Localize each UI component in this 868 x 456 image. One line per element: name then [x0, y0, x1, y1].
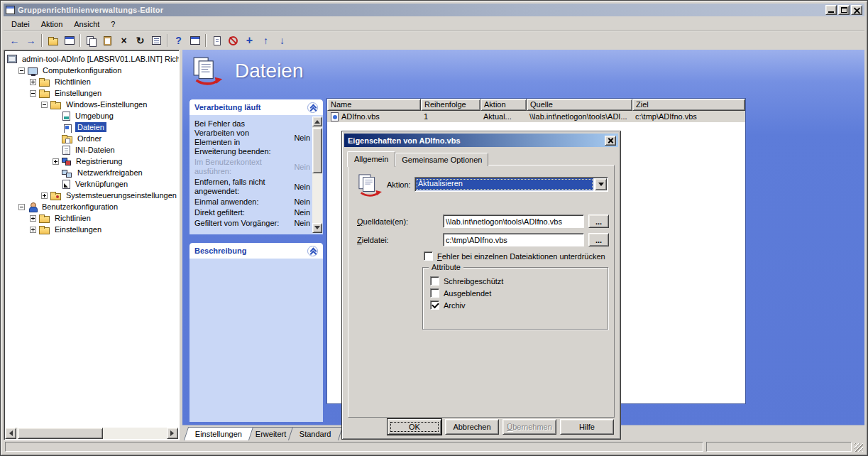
tree-item-dateien[interactable]: Dateien — [4, 121, 179, 133]
tree-item-ordner[interactable]: Ordner — [4, 133, 179, 144]
refresh-button[interactable]: ↻ — [132, 33, 148, 48]
dropdown-arrow-button[interactable] — [595, 178, 607, 190]
processing-value: Nein — [291, 163, 310, 172]
column-header-reihenfolge[interactable]: Reihenfolge — [421, 99, 480, 111]
collapse-toggle[interactable] — [18, 204, 25, 210]
tree-item-richtlinien[interactable]: Richtlinien — [4, 76, 179, 87]
action-select[interactable]: Aktualisieren — [414, 177, 608, 192]
tree-item-benutzer-einstellungen[interactable]: Einstellungen — [4, 224, 179, 235]
properties-icon — [190, 36, 200, 45]
tree-item-windows-einstellungen[interactable]: Windows-Einstellungen — [4, 99, 179, 110]
shortcut-icon — [62, 180, 70, 189]
column-header-name[interactable]: Name — [327, 99, 421, 111]
resize-grip[interactable] — [855, 443, 863, 452]
list-header: Name Reihenfolge Aktion Quelle Ziel — [327, 99, 745, 111]
tree-horizontal-scrollbar[interactable] — [5, 428, 178, 439]
copy-button[interactable] — [83, 33, 99, 48]
cancel-button[interactable]: Abbrechen — [445, 419, 499, 435]
target-browse-button[interactable]: ... — [588, 233, 609, 246]
tree-item-verknuepfungen[interactable]: Verknüpfungen — [4, 178, 179, 190]
expand-toggle[interactable] — [41, 192, 48, 199]
disable-item-button[interactable] — [225, 33, 241, 48]
apply-button[interactable]: Übernehmen — [502, 419, 556, 435]
expand-toggle[interactable] — [30, 79, 36, 85]
tab-einstellungen[interactable]: Einstellungen — [184, 427, 253, 440]
folder-icon — [39, 216, 50, 223]
delete-button[interactable]: × — [116, 33, 132, 48]
scroll-right-button[interactable] — [167, 428, 178, 439]
move-down-button[interactable]: ↓ — [274, 33, 290, 48]
expand-toggle[interactable] — [30, 215, 36, 222]
properties-button[interactable] — [187, 33, 203, 48]
archive-checkbox[interactable] — [430, 300, 439, 310]
menu-datei[interactable]: Datei — [6, 18, 35, 30]
attributes-group-title: Attribute — [429, 263, 463, 271]
add-item-button[interactable]: + — [241, 33, 258, 48]
column-header-aktion[interactable]: Aktion — [480, 99, 527, 111]
tree-item-benutzerkonfiguration[interactable]: Benutzerkonfiguration — [4, 201, 179, 212]
scroll-left-button[interactable] — [5, 428, 16, 439]
title-bar[interactable]: Gruppenrichtlinienverwaltungs-Editor — [4, 4, 864, 16]
tree-item-registrierung[interactable]: Registrierung — [4, 156, 179, 167]
panel-vertical-scrollbar[interactable] — [312, 116, 322, 233]
table-row[interactable]: ADIfno.vbs 1 Aktual... \\lab.int\netlogo… — [327, 111, 745, 122]
action-label: Aktion: — [387, 180, 411, 189]
tree-item-umgebung[interactable]: Umgebung — [4, 110, 179, 121]
window-title: Gruppenrichtlinienverwaltungs-Editor — [18, 6, 163, 14]
collapse-toggle[interactable] — [30, 90, 36, 97]
paste-button[interactable] — [99, 33, 116, 48]
archive-label: Archiv — [444, 301, 466, 310]
attribute-row: Schreibgeschützt — [430, 276, 503, 286]
tab-standard[interactable]: Standard — [288, 427, 343, 440]
scrollbar-thumb[interactable] — [312, 128, 322, 173]
suppress-errors-checkbox[interactable] — [424, 251, 433, 261]
collapse-chevron-icon[interactable] — [307, 246, 318, 256]
collapse-chevron-icon[interactable] — [307, 102, 318, 113]
scrollbar-thumb[interactable] — [18, 428, 103, 439]
tab-allgemein[interactable]: Allgemein — [347, 151, 395, 167]
properties-dialog: Eigenschaften von ADIfno.vbs Allgemein G… — [341, 131, 621, 440]
menu-ansicht[interactable]: Ansicht — [69, 18, 104, 30]
up-level-button[interactable] — [45, 33, 61, 48]
column-header-quelle[interactable]: Quelle — [527, 99, 632, 111]
move-up-button[interactable]: ↑ — [258, 33, 274, 48]
maximize-button[interactable] — [838, 5, 850, 15]
expand-toggle[interactable] — [53, 158, 59, 165]
source-input[interactable] — [443, 215, 584, 228]
tree-item-computerkonfiguration[interactable]: Computerkonfiguration — [4, 65, 179, 76]
forward-button[interactable]: → — [23, 33, 39, 48]
collapse-toggle[interactable] — [41, 102, 48, 108]
scroll-up-button[interactable] — [312, 116, 322, 126]
column-header-ziel[interactable]: Ziel — [632, 99, 745, 111]
tab-gemeinsame-optionen[interactable]: Gemeinsame Optionen — [395, 153, 488, 166]
menu-aktion[interactable]: Aktion — [36, 18, 68, 30]
help-button[interactable]: ? — [170, 33, 187, 48]
back-button[interactable]: ← — [6, 33, 23, 48]
tree-item-ini-dateien[interactable]: INI-Dateien — [4, 144, 179, 156]
target-input[interactable] — [443, 233, 584, 246]
ok-button[interactable]: OK — [388, 419, 441, 435]
hidden-checkbox[interactable] — [430, 288, 439, 298]
expand-toggle[interactable] — [30, 227, 36, 233]
close-button[interactable] — [851, 5, 862, 15]
minimize-button[interactable] — [825, 5, 837, 15]
help-dialog-button[interactable]: Hilfe — [560, 419, 614, 435]
show-tree-button[interactable] — [61, 33, 77, 48]
tree-item-benutzer-richtlinien[interactable]: Richtlinien — [4, 212, 179, 224]
tree-item-netzwerkfreigaben[interactable]: Netzwerkfreigaben — [4, 167, 179, 178]
scroll-left-icon — [6, 430, 13, 436]
tree-item-root[interactable]: admin-tool-ADInfo [LABSRV01.LAB.INT] Ric… — [4, 53, 179, 65]
export-list-button[interactable] — [148, 33, 165, 48]
collapse-toggle[interactable] — [18, 67, 25, 74]
tree-item-systemsteuerungseinstellungen[interactable]: Systemsteuerungseinstellungen — [4, 190, 179, 201]
dialog-close-button[interactable] — [605, 136, 616, 146]
new-item-button[interactable] — [209, 33, 225, 48]
tree-item-einstellungen[interactable]: Einstellungen — [4, 87, 179, 99]
menu-hilfe[interactable]: ? — [106, 18, 120, 30]
files-header-icon — [191, 57, 224, 85]
suppress-errors-label: Fehler bei einzelnen Dateiaktionen unter… — [437, 252, 605, 261]
readonly-checkbox[interactable] — [430, 276, 439, 286]
scroll-down-button[interactable] — [312, 223, 322, 233]
source-browse-button[interactable]: ... — [588, 215, 609, 228]
dialog-title-bar[interactable]: Eigenschaften von ADIfno.vbs — [344, 134, 618, 147]
